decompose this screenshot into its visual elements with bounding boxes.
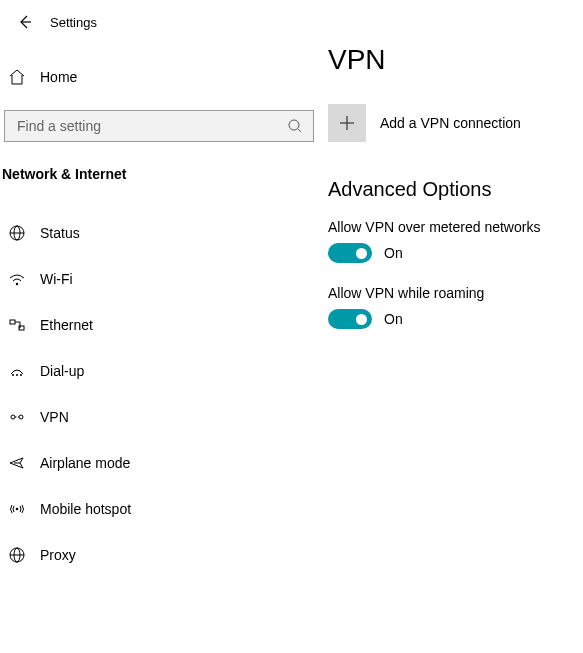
airplane-icon [8, 454, 26, 472]
sidebar-item-wifi[interactable]: Wi-Fi [0, 256, 320, 302]
window-title: Settings [50, 15, 97, 30]
sidebar-item-label: VPN [40, 409, 69, 425]
advanced-options-heading: Advanced Options [328, 178, 583, 201]
svg-point-1 [289, 120, 299, 130]
sidebar-item-dialup[interactable]: Dial-up [0, 348, 320, 394]
sidebar-item-label: Airplane mode [40, 455, 130, 471]
back-icon[interactable] [16, 14, 32, 30]
svg-rect-7 [10, 320, 15, 324]
add-vpn-button[interactable]: Add a VPN connection [328, 104, 583, 142]
svg-point-12 [11, 415, 15, 419]
add-vpn-label: Add a VPN connection [380, 115, 521, 131]
search-icon [287, 118, 303, 134]
dialup-icon [8, 362, 26, 380]
plus-icon [328, 104, 366, 142]
roaming-label: Allow VPN while roaming [328, 285, 583, 301]
sidebar-item-status[interactable]: Status [0, 210, 320, 256]
metered-label: Allow VPN over metered networks [328, 219, 583, 235]
metered-state: On [384, 245, 403, 261]
home-label: Home [40, 69, 77, 85]
roaming-state: On [384, 311, 403, 327]
home-button[interactable]: Home [0, 38, 320, 100]
sidebar-item-vpn[interactable]: VPN [0, 394, 320, 440]
home-icon [8, 68, 26, 86]
category-heading: Network & Internet [0, 156, 320, 192]
roaming-toggle[interactable] [328, 309, 372, 329]
sidebar-item-label: Mobile hotspot [40, 501, 131, 517]
svg-point-11 [20, 374, 22, 376]
sidebar-item-label: Dial-up [40, 363, 84, 379]
sidebar-item-hotspot[interactable]: Mobile hotspot [0, 486, 320, 532]
search-box[interactable] [4, 110, 314, 142]
svg-point-6 [16, 283, 18, 285]
sidebar-item-label: Wi-Fi [40, 271, 73, 287]
search-input[interactable] [15, 117, 275, 135]
svg-point-10 [16, 374, 18, 376]
vpn-icon [8, 408, 26, 426]
sidebar-item-label: Status [40, 225, 80, 241]
wifi-icon [8, 270, 26, 288]
svg-point-9 [12, 374, 14, 376]
sidebar-item-label: Proxy [40, 547, 76, 563]
sidebar-item-label: Ethernet [40, 317, 93, 333]
hotspot-icon [8, 500, 26, 518]
globe-icon [8, 224, 26, 242]
ethernet-icon [8, 316, 26, 334]
sidebar-item-airplane[interactable]: Airplane mode [0, 440, 320, 486]
proxy-icon [8, 546, 26, 564]
svg-point-13 [19, 415, 23, 419]
sidebar-item-proxy[interactable]: Proxy [0, 532, 320, 578]
page-title: VPN [328, 44, 583, 76]
sidebar-item-ethernet[interactable]: Ethernet [0, 302, 320, 348]
svg-point-15 [16, 508, 19, 511]
svg-line-2 [298, 129, 301, 132]
metered-toggle[interactable] [328, 243, 372, 263]
